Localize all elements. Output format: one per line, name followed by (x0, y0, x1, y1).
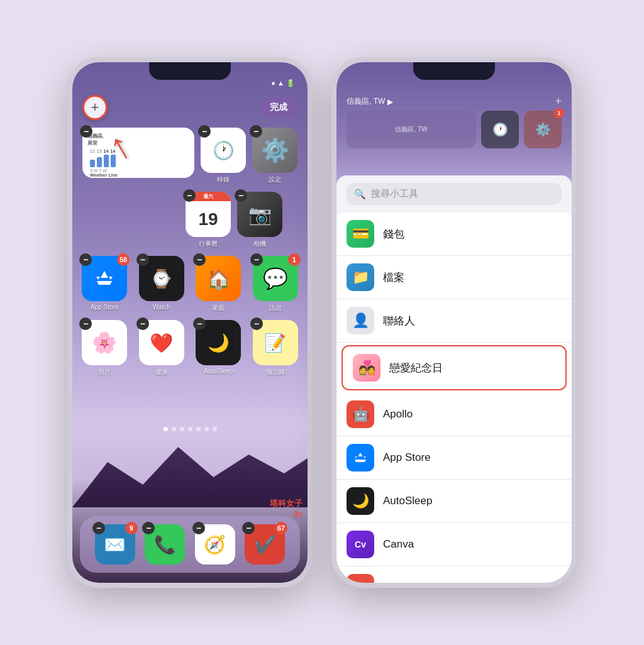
minus-badge[interactable]: − (80, 125, 92, 138)
appstore-picker-name: App Store (383, 451, 431, 464)
files-icon: 📁 (347, 263, 374, 291)
health-label: 健康 (155, 368, 168, 377)
minus-badge[interactable]: − (250, 253, 263, 266)
minus-badge[interactable]: − (136, 253, 149, 266)
calendar-day: 19 (186, 201, 231, 237)
weather-widget[interactable]: 信義區,展室 11 13 14 14 S (82, 128, 194, 178)
minus-badge[interactable]: − (92, 522, 105, 534)
wallet-name: 錢包 (383, 227, 404, 241)
settings-icon-wrapper[interactable]: − ⚙️ 設定 (252, 128, 297, 184)
picker-item-contacts[interactable]: 👤 聯絡人 (336, 299, 572, 343)
page-dots (72, 427, 308, 431)
icon-row-4: − 🌸 照片 − ❤️ 健康 − 🌙 AutoSleep (72, 320, 308, 377)
watch-label: Watch (153, 304, 170, 311)
minus-badge[interactable]: − (136, 317, 149, 330)
page-dot-6 (204, 427, 209, 431)
minus-badge[interactable]: − (192, 522, 205, 534)
contacts-icon: 👤 (347, 307, 374, 334)
camera-icon-wrapper[interactable]: − 📷 相機 (237, 192, 282, 248)
home-wrapper[interactable]: − 🏠 家庭 (194, 256, 243, 312)
notif-badge-messages: 1 (288, 253, 301, 266)
crypto-icon: C (347, 574, 374, 583)
photos-wrapper[interactable]: − 🌸 照片 (80, 320, 130, 377)
crypto-name: Crypto Pro (383, 582, 434, 583)
minus-badge[interactable]: − (235, 189, 247, 202)
apollo-name: Apollo (383, 408, 413, 421)
minus-badge[interactable]: − (198, 125, 211, 138)
phone-dock-wrapper[interactable]: − 📞 (145, 524, 185, 565)
picker-list: 💳 錢包 📁 檔案 👤 聯絡人 💑 戀愛紀念日 (336, 212, 572, 583)
wallet-icon: 💳 (347, 220, 374, 248)
appstore-wrapper[interactable]: − 58 App Store (80, 256, 130, 312)
photos-label: 照片 (98, 368, 111, 377)
home-label: 家庭 (212, 304, 225, 312)
calendar-label: 行事曆 (199, 240, 218, 248)
picker-sheet: 🔍 搜尋小工具 💳 錢包 📁 檔案 👤 聯絡人 (336, 175, 572, 583)
messages-label: 訊息 (269, 304, 282, 312)
icon-row-3: − 58 App Store − (72, 256, 308, 312)
autosleep-wrapper[interactable]: − 🌙 AutoSleep (194, 320, 243, 377)
page-dot-3 (180, 427, 184, 431)
page-dot-1 (164, 427, 168, 431)
right-phone: 信義區, TW ▶ + 信義區, TW 🕐 ⚙️ 1 🔍 搜尋小工 (331, 57, 577, 588)
left-phone: ● ▲ 🔋 + 完成 ↑ − 信義區,展室 11 13 (67, 57, 313, 588)
top-action-bar: + 完成 (72, 90, 308, 125)
page-dot-5 (196, 427, 201, 431)
picker-item-anniversary[interactable]: 💑 戀愛紀念日 (341, 345, 567, 390)
todoist-dock-wrapper[interactable]: − 67 ✔️ (245, 524, 285, 565)
phone-content: + 完成 ↑ − 信義區,展室 11 13 14 14 (72, 90, 308, 583)
minus-badge[interactable]: − (250, 317, 263, 330)
picker-item-appstore[interactable]: App Store (336, 436, 572, 480)
autosleep-label: AutoSleep (204, 368, 233, 375)
watermark: 塔科女子3c (270, 499, 303, 520)
anniversary-icon: 💑 (353, 354, 380, 382)
camera-label: 相機 (253, 240, 266, 248)
notes-label: 備忘錄 (266, 368, 285, 377)
minus-badge[interactable]: − (250, 125, 262, 138)
search-icon: 🔍 (354, 189, 366, 200)
appstore-picker-icon (347, 444, 374, 471)
canva-name: Canva (383, 538, 414, 551)
watch-wrapper[interactable]: − ⌚ Watch (137, 256, 187, 312)
spacer (82, 192, 128, 248)
done-button[interactable]: 完成 (260, 98, 297, 117)
picker-item-canva[interactable]: Cv Canva (336, 523, 572, 566)
dock: − 9 ✉️ − 📞 − 🧭 − 67 ✔️ (80, 516, 300, 573)
health-wrapper[interactable]: − ❤️ 健康 (137, 320, 187, 377)
widget-picker: 🔍 搜尋小工具 💳 錢包 📁 檔案 👤 聯絡人 (336, 62, 572, 583)
search-placeholder: 搜尋小工具 (371, 188, 418, 200)
safari-dock-wrapper[interactable]: − 🧭 (195, 524, 235, 565)
right-notch (413, 62, 495, 80)
calendar-icon-wrapper[interactable]: − 週六 19 行事曆 (186, 192, 231, 248)
apollo-icon: 🤖 (347, 400, 374, 428)
messages-wrapper[interactable]: − 1 💬 訊息 (251, 256, 301, 312)
minus-badge[interactable]: − (183, 189, 196, 202)
clock-icon-wrapper[interactable]: − 🕐 時鐘 (201, 128, 246, 184)
page-dot-2 (172, 427, 176, 431)
weather-widget-wrapper[interactable]: − 信義區,展室 11 13 14 14 (82, 128, 194, 178)
settings-label: 設定 (269, 175, 281, 184)
add-widget-button[interactable]: + (82, 95, 108, 120)
spacer2 (134, 192, 179, 248)
picker-item-autosleep[interactable]: 🌙 AutoSleep (336, 480, 572, 523)
notes-wrapper[interactable]: − 📝 備忘錄 (251, 320, 301, 377)
contacts-name: 聯絡人 (383, 314, 415, 328)
status-icons: ● ▲ 🔋 (271, 79, 295, 87)
picker-item-crypto[interactable]: C Crypto Pro (336, 566, 572, 583)
page-dot-7 (213, 427, 217, 431)
mail-dock-wrapper[interactable]: − 9 ✉️ (95, 524, 135, 565)
page-dot-4 (188, 427, 192, 431)
search-bar[interactable]: 🔍 搜尋小工具 (347, 183, 562, 205)
autosleep-picker-name: AutoSleep (383, 495, 432, 507)
autosleep-picker-icon: 🌙 (347, 487, 374, 515)
notif-badge-appstore: 58 (117, 253, 130, 266)
picker-item-files[interactable]: 📁 檔案 (336, 256, 572, 299)
files-name: 檔案 (383, 270, 404, 285)
mail-badge: 9 (125, 522, 138, 534)
notch (149, 62, 231, 80)
picker-item-apollo[interactable]: 🤖 Apollo (336, 393, 572, 436)
canva-icon: Cv (347, 531, 374, 558)
picker-item-wallet[interactable]: 💳 錢包 (336, 212, 572, 256)
todoist-badge: 67 (275, 522, 287, 534)
anniversary-name: 戀愛紀念日 (389, 361, 443, 375)
